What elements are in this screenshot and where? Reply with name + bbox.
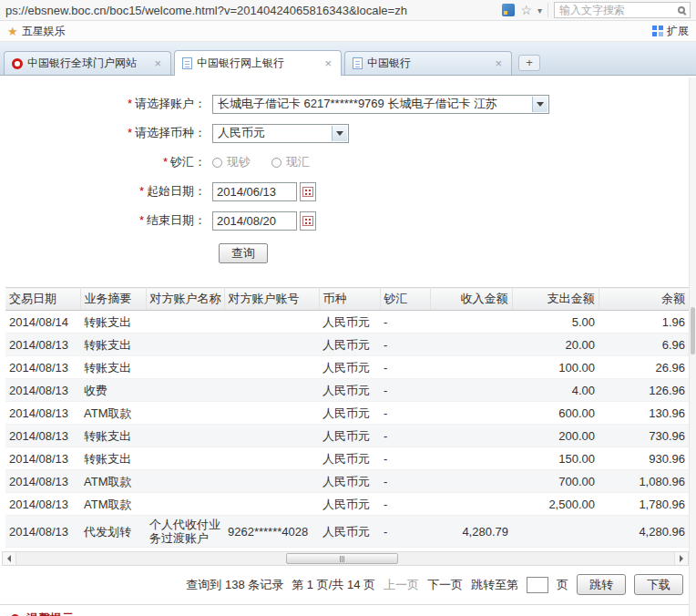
account-row: *请选择账户： 长城电子借记卡 6217******9769 长城电子借记卡 江… <box>0 94 696 114</box>
table-cell <box>146 493 224 516</box>
jump-prefix: 跳转至第 <box>471 577 518 593</box>
start-date-input[interactable]: 2014/06/13 <box>212 182 297 201</box>
url-dropdown-caret-icon[interactable]: ▾ <box>537 5 542 15</box>
required-mark: * <box>163 155 168 169</box>
next-page-link[interactable]: 下一页 <box>427 577 463 593</box>
extensions-button[interactable]: 扩展 <box>652 24 689 39</box>
jump-page-input[interactable] <box>527 577 548 593</box>
scrollbar-track[interactable] <box>16 552 674 565</box>
table-cell: 150.00 <box>512 447 599 470</box>
extension-icon[interactable] <box>502 4 515 16</box>
table-cell: 2014/08/13 <box>5 470 80 493</box>
column-header: 对方账户账号 <box>224 288 319 311</box>
table-cell: 2014/08/13 <box>5 447 80 470</box>
table-cell: 人民币元 <box>319 379 380 402</box>
table-cell: 6.96 <box>599 334 689 356</box>
dropdown-arrow-icon[interactable] <box>532 97 548 112</box>
table-cell: - <box>380 516 430 548</box>
table-cell: 126.96 <box>599 379 689 402</box>
table-cell <box>146 402 224 425</box>
table-row: 2014/08/13ATM取款人民币元-2,500.001,780.96 <box>5 493 689 516</box>
tab-boc[interactable]: 中国银行 × <box>344 51 512 75</box>
table-cell: 人民币元 <box>319 516 380 548</box>
scrollbar-thumb[interactable] <box>286 553 398 564</box>
table-cell: - <box>380 379 430 402</box>
jump-suffix: 页 <box>557 577 568 593</box>
table-cell <box>430 379 512 402</box>
scroll-left-arrow[interactable] <box>3 552 16 565</box>
search-icon[interactable] <box>678 6 685 14</box>
tab-close-icon[interactable]: × <box>493 56 504 70</box>
table-cell: 2,500.00 <box>512 493 599 516</box>
table-cell: ATM取款 <box>80 493 146 516</box>
query-button-row: 查询 <box>219 243 696 263</box>
boc-logo-icon <box>12 58 23 69</box>
bookmark-item-favorite[interactable]: ★ 五星娱乐 <box>7 24 66 39</box>
table-cell: 930.96 <box>599 447 689 470</box>
jump-button[interactable]: 跳转 <box>577 574 626 595</box>
address-bar: ps://ebsnew.boc.cn/boc15/welcome.html?v=… <box>0 0 696 21</box>
table-row: 2014/08/13ATM取款人民币元-700.001,080.96 <box>5 470 689 493</box>
table-cell: 代发划转 <box>80 516 146 548</box>
tab-label: 中国银行 <box>367 56 488 71</box>
tab-boc-ebank[interactable]: 中国银行网上银行 × <box>174 50 342 76</box>
table-cell: 2014/08/13 <box>5 356 80 379</box>
table-cell: - <box>380 493 430 516</box>
table-cell <box>224 379 319 402</box>
prev-page-link[interactable]: 上一页 <box>384 577 419 593</box>
table-cell <box>224 334 319 356</box>
table-cell: 1.96 <box>599 311 689 334</box>
column-header: 交易日期 <box>5 288 80 311</box>
transactions-table: 交易日期业务摘要对方账户名称对方账户账号币种钞汇收入金额支出金额余额 2014/… <box>5 287 689 548</box>
tab-close-icon[interactable]: × <box>322 56 333 70</box>
horizontal-scrollbar[interactable] <box>2 551 689 566</box>
tab-label: 中国银行全球门户网站 <box>27 56 148 71</box>
table-cell: - <box>380 447 430 470</box>
table-cell: 700.00 <box>512 470 599 493</box>
radio-remit[interactable] <box>271 158 281 168</box>
tab-boc-portal[interactable]: 中国银行全球门户网站 × <box>4 51 171 75</box>
table-cell: 2014/08/13 <box>5 334 80 356</box>
currency-select[interactable]: 人民币元 <box>212 124 349 143</box>
end-date-value: 2014/08/20 <box>217 214 276 228</box>
dropdown-arrow-icon[interactable] <box>332 126 347 141</box>
table-row: 2014/08/13转账支出人民币元-100.0026.96 <box>5 356 689 379</box>
table-cell <box>224 447 319 470</box>
table-cell: 5.00 <box>512 311 599 334</box>
table-cell: 2014/08/13 <box>5 402 80 425</box>
bookmarks-bar: ★ 五星娱乐 扩展 <box>0 21 696 42</box>
new-tab-button[interactable]: + <box>518 55 540 71</box>
table-cell: ATM取款 <box>80 470 146 493</box>
table-cell: - <box>380 402 430 425</box>
table-cell: - <box>380 311 430 334</box>
table-cell: 2014/08/13 <box>5 425 80 447</box>
footer-tip: 温馨提示 <box>0 604 696 616</box>
tab-close-icon[interactable]: × <box>152 56 163 70</box>
url-text[interactable]: ps://ebsnew.boc.cn/boc15/welcome.html?v=… <box>5 4 496 17</box>
column-header: 币种 <box>319 288 380 311</box>
account-select[interactable]: 长城电子借记卡 6217******9769 长城电子借记卡 江苏 <box>212 95 549 114</box>
table-cell <box>430 447 512 470</box>
vertical-scrollbar-thumb[interactable] <box>691 307 695 354</box>
cash-remit-row: *钞汇： 现钞 现汇 <box>0 152 696 172</box>
required-mark: * <box>139 184 144 198</box>
start-date-value: 2014/06/13 <box>217 185 276 199</box>
table-cell: 人民币元 <box>319 447 380 470</box>
end-date-calendar-button[interactable] <box>300 211 316 231</box>
table-cell: 600.00 <box>512 402 599 425</box>
pagination-bar: 查询到 138 条记录 第 1 页/共 14 页 上一页 下一页 跳转至第 页 … <box>0 566 696 601</box>
search-input[interactable]: 输入文字搜索 <box>554 2 691 18</box>
radio-cash-label: 现钞 <box>227 154 251 170</box>
table-row: 2014/08/13代发划转个人代收付业务过渡账户9262******4028人… <box>5 516 689 548</box>
scroll-right-arrow[interactable] <box>674 552 688 565</box>
start-date-calendar-button[interactable] <box>300 182 316 201</box>
bookmark-star-icon[interactable]: ☆ <box>520 4 532 16</box>
radio-cash[interactable] <box>212 158 222 168</box>
end-date-input[interactable]: 2014/08/20 <box>212 211 297 231</box>
table-row: 2014/08/13转账支出人民币元-150.00930.96 <box>5 447 689 470</box>
vertical-scrollbar[interactable] <box>689 77 696 616</box>
query-button[interactable]: 查询 <box>219 243 268 263</box>
download-button[interactable]: 下载 <box>634 574 683 595</box>
table-cell: 730.96 <box>599 425 689 447</box>
calendar-icon <box>302 187 313 197</box>
